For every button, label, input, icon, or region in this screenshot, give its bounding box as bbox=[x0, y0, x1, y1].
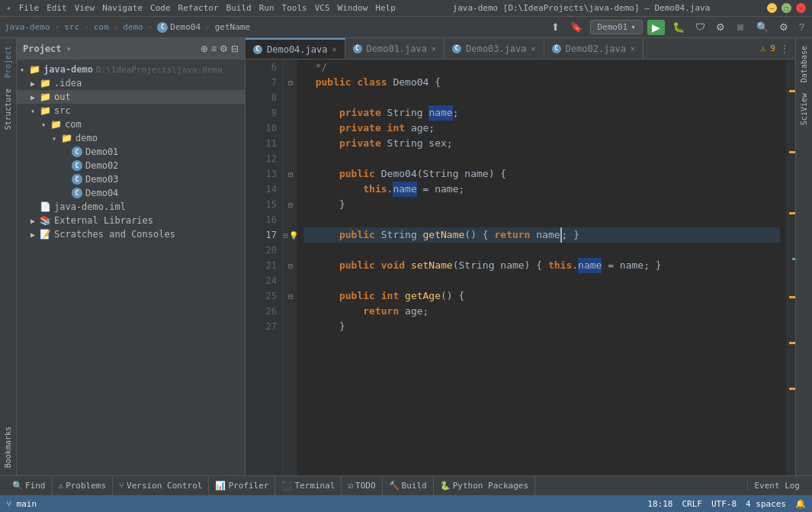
menu-run[interactable]: Run bbox=[259, 3, 274, 13]
minimize-button[interactable]: – bbox=[767, 3, 777, 13]
tree-com[interactable]: ▾ 📁 com bbox=[17, 118, 245, 131]
menu-code[interactable]: Code bbox=[150, 3, 171, 13]
profiler-label: Profiler bbox=[228, 481, 268, 491]
run-button[interactable]: ▶ bbox=[647, 20, 665, 35]
collapse-17[interactable]: ⊟ bbox=[284, 231, 288, 240]
sidebar-database-icon[interactable]: Database bbox=[798, 41, 810, 87]
sidebar-structure-icon[interactable]: Structure bbox=[2, 84, 14, 134]
panel-dropdown-arrow[interactable]: ▾ bbox=[66, 43, 72, 54]
run-config-selector[interactable]: Demo01 ▾ bbox=[590, 20, 642, 34]
version-control-button[interactable]: ⑂ Version Control bbox=[113, 476, 209, 495]
nav-project[interactable]: java-demo bbox=[5, 22, 50, 32]
close-button[interactable]: ✕ bbox=[796, 3, 806, 13]
line-numbers: 6 7 8 9 10 11 12 13 14 15 16 17 20 21 24… bbox=[246, 60, 284, 475]
stop-button[interactable]: ⏹ bbox=[733, 20, 749, 34]
terminal-button[interactable]: ⬛ Terminal bbox=[275, 476, 342, 495]
tab-demo04-close[interactable]: ✕ bbox=[332, 45, 336, 53]
collapse-21[interactable]: ⊟ bbox=[288, 262, 293, 270]
tree-demo[interactable]: ▾ 📁 demo bbox=[17, 131, 245, 145]
cursor-position[interactable]: 18:18 bbox=[647, 499, 672, 509]
menu-edit[interactable]: Edit bbox=[47, 3, 67, 13]
event-log-button[interactable]: Event Log bbox=[747, 481, 806, 491]
menu-window[interactable]: Window bbox=[338, 3, 368, 13]
find-button[interactable]: 🔍 Find bbox=[6, 476, 53, 495]
tree-iml[interactable]: ▶ 📄 java-demo.iml bbox=[17, 200, 245, 214]
nav-class-name[interactable]: Demo04 bbox=[170, 22, 201, 32]
panel-icon-hide[interactable]: ⊟ bbox=[231, 43, 239, 54]
collapse-25[interactable]: ⊟ bbox=[288, 292, 293, 301]
indent-info[interactable]: 4 spaces bbox=[746, 499, 786, 509]
scroll-mark-1 bbox=[789, 90, 795, 92]
debug-button[interactable]: 🐛 bbox=[669, 20, 688, 34]
vcs-integrate-button[interactable]: ⬆ bbox=[548, 20, 563, 34]
profiler-button[interactable]: 📊 Profiler bbox=[209, 476, 275, 495]
collapse-15[interactable]: ⊟ bbox=[288, 201, 293, 209]
settings-button[interactable]: ⚙ bbox=[776, 20, 791, 34]
tab-settings-icon[interactable]: ⋮ bbox=[780, 43, 789, 54]
encoding[interactable]: UTF-8 bbox=[711, 499, 737, 509]
build-button[interactable]: 🔨 Build bbox=[383, 476, 434, 495]
help-button[interactable]: ? bbox=[796, 20, 807, 34]
nav-com[interactable]: com bbox=[94, 22, 109, 32]
code-line-27: } bbox=[303, 319, 780, 334]
nav-src[interactable]: src bbox=[64, 22, 79, 32]
panel-icon-gear[interactable]: ⚙ bbox=[220, 43, 228, 54]
sidebar-project-icon[interactable]: Project bbox=[2, 41, 14, 82]
menu-build[interactable]: Build bbox=[226, 3, 252, 13]
tree-demo02[interactable]: ▶ C Demo02 bbox=[17, 159, 245, 172]
tree-idea[interactable]: ▶ 📁 .idea bbox=[17, 76, 245, 90]
nav-method[interactable]: getName bbox=[215, 22, 250, 32]
menu-view[interactable]: View bbox=[75, 3, 95, 13]
panel-icon-scroll[interactable]: ⊕ bbox=[201, 43, 208, 54]
panel-icon-collapse[interactable]: ≡ bbox=[211, 43, 217, 54]
collapse-13[interactable]: ⊟ bbox=[288, 170, 293, 179]
problems-button[interactable]: ⚠ Problems bbox=[53, 476, 114, 495]
python-packages-button[interactable]: 🐍 Python Packages bbox=[434, 476, 535, 495]
todo-button[interactable]: ☑ TODO bbox=[342, 476, 382, 495]
more-run-button[interactable]: ⚙ bbox=[713, 20, 728, 34]
menu-vcs[interactable]: VCS bbox=[315, 3, 330, 13]
tree-demo03[interactable]: ▶ C Demo03 bbox=[17, 172, 245, 186]
tab-demo02[interactable]: C Demo02.java ✕ bbox=[544, 38, 644, 59]
tab-demo01[interactable]: C Demo01.java ✕ bbox=[345, 38, 445, 59]
bulb-17[interactable]: 💡 bbox=[289, 231, 297, 240]
tree-demo01[interactable]: ▶ C Demo01 bbox=[17, 145, 245, 159]
tab-demo03[interactable]: C Demo03.java ✕ bbox=[445, 38, 544, 59]
coverage-button[interactable]: 🛡 bbox=[692, 20, 708, 34]
nav-demo[interactable]: demo bbox=[123, 22, 143, 32]
menu-help[interactable]: Help bbox=[375, 3, 396, 13]
tab-demo01-close[interactable]: ✕ bbox=[432, 44, 436, 53]
maximize-button[interactable]: □ bbox=[782, 3, 791, 13]
problems-label: Problems bbox=[66, 481, 106, 491]
bookmark-button[interactable]: 🔖 bbox=[567, 20, 586, 34]
tab-demo02-close[interactable]: ✕ bbox=[631, 44, 635, 53]
menu-navigate[interactable]: Navigate bbox=[102, 3, 143, 13]
tree-ext-libs[interactable]: ▶ 📚 External Libraries bbox=[17, 214, 245, 227]
notifications-icon[interactable]: 🔔 bbox=[795, 499, 806, 509]
warning-badge[interactable]: ⚠ 9 bbox=[760, 43, 775, 53]
line-ending[interactable]: CRLF bbox=[682, 499, 702, 509]
tree-src[interactable]: ▾ 📁 src bbox=[17, 104, 245, 118]
scroll-map[interactable] bbox=[786, 60, 795, 475]
tree-demo04[interactable]: ▶ C Demo04 bbox=[17, 186, 245, 200]
tree-root[interactable]: ▾ 📁 java-demo D:\IdeaProjects\java-demo bbox=[17, 63, 245, 76]
code-content[interactable]: */ public class Demo04 { private String … bbox=[297, 60, 786, 475]
tab-demo04[interactable]: C Demo04.java ✕ bbox=[246, 38, 345, 59]
sidebar-sciview-icon[interactable]: SciView bbox=[798, 89, 810, 130]
idea-label: .idea bbox=[54, 78, 82, 89]
sidebar-bookmarks-icon[interactable]: Bookmarks bbox=[2, 422, 14, 472]
collapse-7[interactable]: ⊟ bbox=[288, 79, 293, 87]
tree-scratches[interactable]: ▶ 📝 Scratches and Consoles bbox=[17, 227, 245, 241]
status-right: 18:18 CRLF UTF-8 4 spaces 🔔 bbox=[647, 499, 806, 509]
nav-class[interactable]: C Demo04 bbox=[157, 22, 201, 33]
menu-file[interactable]: File bbox=[19, 3, 40, 13]
demo03-icon: C bbox=[72, 174, 82, 185]
tree-out[interactable]: ▶ 📁 out bbox=[17, 90, 245, 104]
menu-tools[interactable]: Tools bbox=[282, 3, 307, 13]
tab-demo02-label: Demo02.java bbox=[566, 43, 626, 54]
search-everywhere-button[interactable]: 🔍 bbox=[753, 20, 772, 34]
git-branch[interactable]: ⑂ main bbox=[6, 499, 37, 509]
tab-demo03-close[interactable]: ✕ bbox=[531, 44, 536, 53]
src-folder-icon: 📁 bbox=[40, 105, 51, 116]
menu-refactor[interactable]: Refactor bbox=[178, 3, 219, 13]
